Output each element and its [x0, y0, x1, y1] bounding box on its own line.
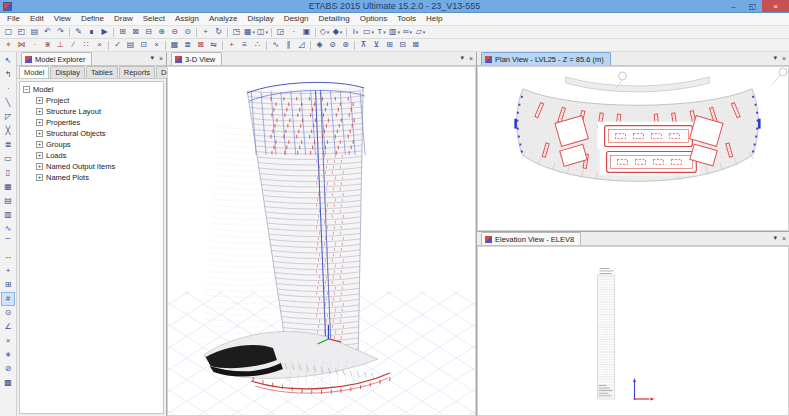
show-deformed-shape-button[interactable]: ◇▾	[318, 26, 331, 38]
dropdown-arrow-icon[interactable]: ▾	[327, 29, 330, 35]
snap-to-grid-button[interactable]: ∷	[80, 39, 93, 51]
quick-draw-beams-button[interactable]: ≣	[1, 138, 15, 152]
menu-file[interactable]: File	[2, 13, 25, 25]
collapse-icon[interactable]: −	[23, 86, 30, 93]
save-model-button[interactable]: ▤	[28, 26, 41, 38]
open-model-button[interactable]: ◰	[15, 26, 28, 38]
snap-options-button[interactable]: ×	[93, 39, 106, 51]
section-slab-button[interactable]: ▱▾	[414, 26, 427, 38]
menu-edit[interactable]: Edit	[25, 13, 49, 25]
check-model-button[interactable]: ◈	[313, 39, 326, 51]
expand-icon[interactable]: +	[36, 163, 43, 170]
snap-to-ends-button[interactable]: ∙	[28, 39, 41, 51]
redo-button[interactable]: ↷	[54, 26, 67, 38]
explorer-tab-display[interactable]: Display	[50, 66, 85, 78]
snap-to-joints-button[interactable]: ⌖	[2, 39, 15, 51]
tree-item-loads[interactable]: +Loads	[36, 150, 163, 161]
merge-check-button[interactable]: ✓	[111, 39, 124, 51]
model-explorer-tab[interactable]: Model Explorer	[21, 52, 92, 65]
menu-tools[interactable]: Tools	[392, 13, 421, 25]
snap-to-line-ends-button[interactable]: ∠	[1, 320, 15, 334]
design-steel-button[interactable]: ⊼	[357, 39, 370, 51]
explorer-close-icon[interactable]: ×	[159, 55, 163, 62]
menu-define[interactable]: Define	[76, 13, 109, 25]
launch-detailing-button[interactable]: ⊠	[409, 39, 422, 51]
view-elevation-button[interactable]: ◫▾	[256, 26, 269, 38]
dropdown-arrow-icon[interactable]: ▾	[266, 29, 269, 35]
run-analysis-button[interactable]: ▶	[98, 26, 111, 38]
menu-assign[interactable]: Assign	[170, 13, 204, 25]
draw-grid-button[interactable]: #	[1, 292, 15, 306]
new-model-button[interactable]: ▢	[2, 26, 15, 38]
elevation-view-canvas[interactable]	[477, 246, 789, 416]
draw-spline-button[interactable]: ∿	[269, 39, 282, 51]
dropdown-arrow-icon[interactable]: ▾	[253, 29, 256, 35]
show-joints-button[interactable]: ∙	[287, 26, 300, 38]
draw-frame-button[interactable]: ╲	[1, 96, 15, 110]
dropdown-arrow-icon[interactable]: ▾	[356, 29, 359, 35]
rubber-band-zoom-button[interactable]: ⊞	[116, 26, 129, 38]
menu-options[interactable]: Options	[355, 13, 393, 25]
snap-to-intersections-button[interactable]: ⋇	[41, 39, 54, 51]
divide-frames-button[interactable]: ⊠	[194, 39, 207, 51]
explorer-tab-tables[interactable]: Tables	[86, 66, 118, 78]
section-column-button[interactable]: ▭▾	[362, 26, 375, 38]
snap-to-lines-button[interactable]: ∕	[67, 39, 80, 51]
display-options-button[interactable]: ▣	[300, 26, 313, 38]
section-i-beam-button[interactable]: I▾	[349, 26, 362, 38]
align-objects-button[interactable]: ≡	[238, 39, 251, 51]
menu-design[interactable]: Design	[279, 13, 314, 25]
menu-detailing[interactable]: Detailing	[314, 13, 355, 25]
snap-to-midpoints-button[interactable]: ⋈	[15, 39, 28, 51]
menu-view[interactable]: View	[49, 13, 76, 25]
pan-button[interactable]: +	[199, 26, 212, 38]
explorer-dropdown-icon[interactable]: ▾	[150, 54, 154, 62]
explorer-tab-reports[interactable]: Reports	[119, 66, 155, 78]
design-shear-wall-button[interactable]: ⊟	[396, 39, 409, 51]
window-close-button[interactable]: ×	[762, 0, 789, 12]
draw-tendon-button[interactable]: ⌒	[1, 236, 15, 250]
section-wall-button[interactable]: ▥▾	[388, 26, 401, 38]
replicate-button[interactable]: ∴	[251, 39, 264, 51]
dropdown-arrow-icon[interactable]: ▾	[423, 29, 426, 35]
draw-floor-button[interactable]: ▭	[1, 152, 15, 166]
window-minimize-button[interactable]: –	[724, 0, 743, 12]
draw-dimension-button[interactable]: ↔	[1, 250, 15, 264]
quick-draw-floor-button[interactable]: ▦	[1, 180, 15, 194]
plan-view-canvas[interactable]	[477, 66, 789, 231]
dropdown-arrow-icon[interactable]: ▾	[372, 29, 375, 35]
draw-link-button[interactable]: ∿	[1, 222, 15, 236]
draw-joint-button[interactable]: ∙	[1, 82, 15, 96]
show-member-forces-button[interactable]: ◆▾	[331, 26, 344, 38]
move-objects-button[interactable]: +	[225, 39, 238, 51]
tree-root-model[interactable]: −Model	[23, 84, 163, 95]
explorer-tab-model[interactable]: Model	[19, 66, 49, 78]
show-tables-button[interactable]: ▦	[168, 39, 181, 51]
design-concrete-button[interactable]: ⊻	[370, 39, 383, 51]
snap-to-edges-button[interactable]: ×	[1, 334, 15, 348]
edit-pencil-button[interactable]: ✎	[72, 26, 85, 38]
elevation-close-icon[interactable]: ×	[782, 235, 786, 242]
menu-help[interactable]: Help	[421, 13, 447, 25]
restore-full-view-button[interactable]: ⊠	[129, 26, 142, 38]
clear-snaps-button[interactable]: ⊘	[1, 362, 15, 376]
expand-icon[interactable]: +	[36, 119, 43, 126]
draw-triangle-button[interactable]: ◿	[295, 39, 308, 51]
zoom-out-button[interactable]: ⊖	[168, 26, 181, 38]
measure-tool-button[interactable]: ▩	[1, 376, 15, 390]
snap-to-fine-points-button[interactable]: ∗	[1, 348, 15, 362]
menu-analyze[interactable]: Analyze	[204, 13, 242, 25]
tree-item-structural-objects[interactable]: +Structural Objects	[36, 128, 163, 139]
quick-draw-braces-button[interactable]: ╳	[1, 124, 15, 138]
expand-icon[interactable]: +	[36, 130, 43, 137]
draw-reference-point-button[interactable]: +	[1, 264, 15, 278]
quick-draw-wall-button[interactable]: ▤	[1, 194, 15, 208]
edit-stories-button[interactable]: ≣	[181, 39, 194, 51]
section-beam-button[interactable]: ═▾	[401, 26, 414, 38]
object-shrink-toggle-button[interactable]: ◲	[274, 26, 287, 38]
expand-icon[interactable]: +	[36, 141, 43, 148]
expand-icon[interactable]: +	[36, 152, 43, 159]
elevation-dropdown-icon[interactable]: ▾	[773, 234, 777, 242]
view-3d-close-icon[interactable]: ×	[469, 55, 473, 62]
dropdown-arrow-icon[interactable]: ▾	[383, 29, 386, 35]
